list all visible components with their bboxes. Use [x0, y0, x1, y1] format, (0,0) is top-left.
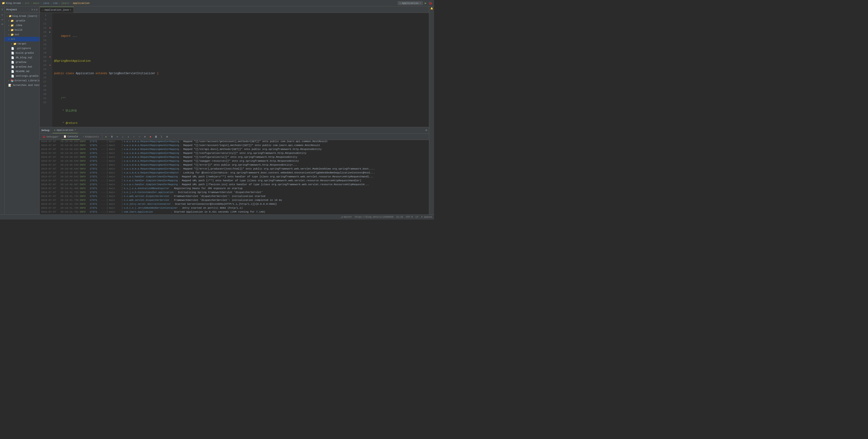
- tree-external-libraries[interactable]: ▸ 📚 External Libraries: [5, 78, 39, 83]
- tree-target[interactable]: ▸ 📁 target: [5, 41, 39, 46]
- notifications-icon[interactable]: 🔔: [430, 6, 434, 10]
- log-date: 2019-07-07: [41, 183, 59, 187]
- log-line: 2019-07-07 20:18:41.731 INFO 17371 --- […: [40, 190, 429, 194]
- log-logger: s.w.s.m.m.a.RequestMappingHandlerAdapter: [124, 171, 179, 175]
- log-logger: s.w.s.m.m.a.RequestMappingHandlerMapping: [124, 151, 179, 155]
- favorites-icon[interactable]: ★: [0, 18, 4, 22]
- tree-readme[interactable]: 📄 README.md: [5, 69, 39, 74]
- log-level: INFO: [80, 175, 89, 179]
- tree-gradle[interactable]: ▸ 📁 .gradle: [5, 19, 39, 23]
- log-dashes: ---: [101, 175, 105, 179]
- close-tab-icon[interactable]: ×: [70, 9, 71, 11]
- run-to-cursor[interactable]: →: [137, 134, 142, 139]
- log-pid: 17371: [90, 183, 100, 187]
- collapse-icon[interactable]: ⊟: [36, 8, 37, 11]
- project-icon[interactable]: 1: [0, 7, 4, 11]
- log-thread: main: [109, 194, 121, 198]
- log-thread: main: [109, 155, 121, 159]
- log-logger: o.s.w.s.handler.SimpleUrlHandlerMapping: [124, 175, 178, 179]
- tree-scratches[interactable]: 📝 Scratches and Consoles: [5, 83, 39, 88]
- log-msg: Mapped "{[/error],produces=[text/html]}"…: [183, 167, 428, 171]
- bookmark-icon-2[interactable]: ◆: [49, 56, 51, 58]
- run-button[interactable]: ▶: [425, 1, 427, 5]
- debug-app-tab[interactable]: ▶ Application ×: [53, 127, 78, 133]
- editor-scroll[interactable]: 3 4 11 12 13 14 15 16 17 18 19 20 21 24 …: [40, 13, 429, 127]
- web-icon[interactable]: ⊕: [0, 22, 4, 26]
- log-logger: o.s.w.s.handler.SimpleUrlHandlerMapping: [124, 183, 178, 187]
- tree-src[interactable]: ▾ src: [5, 37, 39, 41]
- git-branch[interactable]: ⎇ master: [340, 216, 352, 219]
- tree-gradlew-bat[interactable]: 📄 gradlew.bat: [5, 64, 39, 69]
- tab-debugger[interactable]: 🐞 Debugger: [40, 134, 61, 140]
- log-line: 2019-07-07 20:18:41.791 INFO 17371 --- […: [40, 210, 429, 214]
- tab-endpoints[interactable]: ⚡ Endpoints: [81, 134, 101, 140]
- log-msg: Started ServerConnector@2ce3d95a{HTTP/1.…: [175, 202, 428, 206]
- debug-panel: Debug: ▶ Application × ⚙ 🐞 Debugger 📋: [40, 127, 429, 214]
- bookmark-icon[interactable]: ◆: [49, 27, 51, 29]
- log-msg: Mapped "{[/user/account/login],methods=[…: [183, 144, 428, 148]
- breakpoint-icon[interactable]: ●: [49, 64, 51, 67]
- log-pid: 17371: [90, 140, 100, 144]
- step-into-button[interactable]: ↓: [120, 134, 125, 139]
- clear-console[interactable]: 🗑: [153, 134, 158, 139]
- log-level: INFO: [80, 144, 89, 148]
- step-out-button[interactable]: ↑: [131, 134, 136, 139]
- log-msg: Mapped "{[/swagger-resources]}" onto org…: [183, 159, 428, 163]
- log-date: 2019-07-07: [41, 148, 59, 151]
- structure-icon[interactable]: ≡: [0, 13, 4, 17]
- log-thread: main: [109, 202, 121, 206]
- log-line: 2019-07-07 20:18:41.782 INFO 17371 --- […: [40, 202, 429, 206]
- tree-build-gradle[interactable]: 📄 build.gradle: [5, 51, 39, 55]
- log-thread: main: [109, 183, 121, 187]
- tree-db-sql[interactable]: 📄 db_blog.sql: [5, 55, 39, 60]
- log-dashes: ---: [101, 190, 105, 194]
- step-over-button[interactable]: ↷: [115, 134, 120, 139]
- git-icon: ⎇: [340, 216, 343, 219]
- log-pid: 17371: [90, 155, 100, 159]
- tree-idea[interactable]: ▸ 📁 .idea: [5, 23, 39, 28]
- log-dashes: ---: [101, 159, 105, 163]
- tree-gradlew[interactable]: 📄 gradlew: [5, 60, 39, 64]
- force-step-into[interactable]: ⇓: [126, 134, 131, 139]
- log-date: 2019-07-07: [41, 187, 59, 190]
- log-logger: o.s.web.servlet.DispatcherServlet: [124, 198, 170, 202]
- right-strip: 🔔: [429, 6, 434, 214]
- log-pid: 17371: [90, 210, 100, 214]
- tree-out[interactable]: ▸ 📁 out: [5, 32, 39, 37]
- resume-button[interactable]: ▶: [104, 134, 109, 139]
- pause-button[interactable]: ⏸: [109, 134, 114, 139]
- log-pid: 17371: [90, 198, 100, 202]
- log-level: INFO: [80, 194, 89, 198]
- stop-button[interactable]: ■: [148, 134, 153, 139]
- settings-icon[interactable]: ⚙: [164, 134, 169, 139]
- evaluate-button[interactable]: ≡: [142, 134, 148, 139]
- status-url: https://blog.neto/u/12889030: [355, 216, 394, 218]
- tab-console[interactable]: 📋 Console: [62, 134, 80, 140]
- log-dashes: ---: [101, 206, 105, 210]
- log-thread: main: [109, 210, 121, 214]
- close-debug-tab[interactable]: ×: [75, 129, 76, 131]
- log-dashes: ---: [101, 144, 105, 148]
- tree-gitignore[interactable]: 📄 .gitignore: [5, 46, 39, 51]
- run-config-selector[interactable]: ⚙ Application ▾: [398, 1, 423, 5]
- tree-build[interactable]: ▸ 📁 build: [5, 28, 39, 32]
- tab-application-java[interactable]: ☕ Application.java ×: [40, 7, 74, 13]
- bc-blog-break[interactable]: blog.break: [6, 2, 21, 5]
- encoding[interactable]: UTF-8: [406, 216, 413, 218]
- indent-setting[interactable]: 4 spaces: [421, 216, 432, 218]
- sidebar-title: Project: [6, 8, 17, 11]
- line-separator[interactable]: LF: [415, 216, 418, 218]
- scroll-to-end[interactable]: ⤵: [159, 134, 164, 139]
- log-logger: o.e.j.s.h.ContextHandler.application: [124, 190, 174, 194]
- sidebar-header: Project ⚙ ⇅ ⊟: [5, 6, 39, 13]
- tree-settings-gradle[interactable]: 📄 settings.gradle: [5, 74, 39, 78]
- debug-settings-icon[interactable]: ⚙: [426, 128, 427, 132]
- debug-button[interactable]: 🐞: [429, 1, 432, 5]
- log-line: 2019-07-07 20:18:40.942 INFO 17371 --- […: [40, 175, 429, 179]
- log-pid: 17371: [90, 163, 100, 167]
- sort-icon[interactable]: ⇅: [34, 8, 35, 11]
- console-output[interactable]: 2019-07-07 20:18:40.628 INFO 17371 --- […: [40, 140, 429, 214]
- log-logger: s.w.s.m.m.a.RequestMappingHandlerMapping: [124, 148, 179, 151]
- tree-root[interactable]: ▾ 📁 blog.break [learn] ~/git/mywork/blog…: [5, 14, 39, 19]
- settings-icon[interactable]: ⚙: [32, 8, 33, 11]
